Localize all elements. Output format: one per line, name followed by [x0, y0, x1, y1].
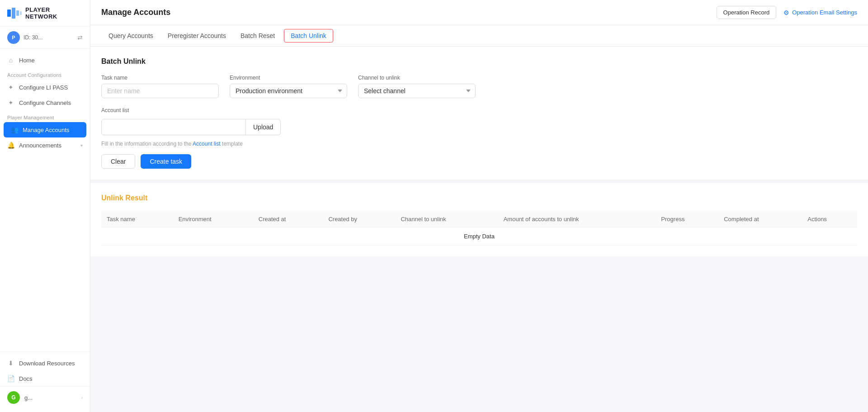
col-completed-at: Completed at	[718, 211, 802, 227]
download-icon: ⬇	[7, 360, 14, 367]
col-channel: Channel to unlink	[395, 211, 498, 227]
task-name-group: Task name	[101, 75, 219, 98]
col-amount: Amount of accounts to unlink	[498, 211, 656, 227]
logo-area: PLAYER NETWORK	[0, 0, 90, 27]
unlink-result-card: Unlink Result Task name Environment Crea…	[90, 183, 868, 256]
user-bottom[interactable]: G g... ›	[0, 386, 90, 408]
download-resources-label: Download Resources	[19, 360, 75, 367]
avatar: P	[7, 31, 20, 44]
clear-button[interactable]: Clear	[101, 154, 135, 169]
col-progress: Progress	[656, 211, 718, 227]
logo-icon	[7, 8, 22, 19]
sidebar-item-configure-li-pass[interactable]: ✦ Configure LI PASS	[0, 80, 90, 95]
account-config-section-label: Account Configurations	[0, 68, 90, 80]
gear-icon: ⚙	[783, 9, 789, 16]
task-name-label: Task name	[101, 75, 219, 81]
file-input[interactable]	[101, 119, 246, 135]
announcements-label: Announcements	[19, 142, 76, 149]
upload-button[interactable]: Upload	[246, 119, 281, 135]
download-resources-item[interactable]: ⬇ Download Resources	[0, 355, 90, 371]
unlink-result-title: Unlink Result	[101, 194, 857, 202]
announcements-chevron: ▾	[80, 143, 83, 148]
top-header: Manage Accounts Operation Record ⚙ Opera…	[90, 0, 868, 25]
file-upload-row: Upload	[101, 119, 857, 135]
sidebar-user: P ID: 30... ⇄	[0, 27, 90, 49]
task-name-input[interactable]	[101, 84, 219, 98]
channel-label: Channel to unlink	[358, 75, 476, 81]
col-task-name: Task name	[101, 211, 173, 227]
player-management-section-label: Player Management	[0, 110, 90, 122]
sidebar-item-home[interactable]: ⌂ Home	[0, 52, 90, 68]
sidebar-item-manage-accounts[interactable]: 👥 Manage Accounts	[4, 122, 86, 137]
user-id: ID: 30...	[24, 34, 74, 41]
batch-unlink-form-card: Batch Unlink Task name Environment Produ…	[90, 47, 868, 180]
sidebar-home-label: Home	[19, 57, 83, 64]
svg-rect-2	[16, 10, 19, 16]
user-chevron-icon: ›	[81, 395, 83, 400]
col-created-by: Created by	[323, 211, 395, 227]
empty-data-row: Empty Data	[101, 227, 857, 246]
sidebar-nav: ⌂ Home Account Configurations ✦ Configur…	[0, 49, 90, 351]
page-title: Manage Accounts	[101, 8, 170, 17]
table-header-row: Task name Environment Created at Created…	[101, 211, 857, 227]
channel-group: Channel to unlink Select channel	[358, 75, 476, 98]
create-task-button[interactable]: Create task	[141, 154, 191, 169]
template-hint: Fill in the information according to the…	[101, 141, 857, 147]
form-row-top: Task name Environment Production environ…	[101, 75, 857, 98]
environment-select[interactable]: Production environmentStaging environmen…	[230, 84, 347, 98]
main-content: Manage Accounts Operation Record ⚙ Opera…	[90, 0, 868, 412]
tab-batch-unlink[interactable]: Batch Unlink	[284, 29, 333, 43]
svg-rect-3	[20, 11, 22, 15]
operation-record-button[interactable]: Operation Record	[717, 6, 777, 19]
user-name-bottom: g...	[24, 394, 77, 401]
announcements-icon: 🔔	[7, 142, 14, 149]
svg-rect-1	[12, 8, 15, 19]
empty-data-label: Empty Data	[101, 227, 857, 246]
environment-label: Environment	[230, 75, 347, 81]
action-buttons: Clear Create task	[101, 154, 857, 169]
refresh-icon[interactable]: ⇄	[77, 34, 83, 41]
account-list-row: Account list Upload Fill in the informat…	[101, 107, 857, 147]
user-avatar-bottom: G	[7, 391, 20, 404]
content-area: Batch Unlink Task name Environment Produ…	[90, 47, 868, 412]
sidebar-item-announcements[interactable]: 🔔 Announcements ▾	[0, 137, 90, 153]
svg-rect-0	[7, 9, 11, 17]
tabs-bar: Query Accounts Preregister Accounts Batc…	[90, 25, 868, 47]
sidebar: PLAYER NETWORK P ID: 30... ⇄ ⌂ Home Acco…	[0, 0, 90, 412]
manage-accounts-icon: 👥	[11, 126, 18, 133]
col-environment: Environment	[173, 211, 253, 227]
environment-group: Environment Production environmentStagin…	[230, 75, 347, 98]
tab-query-accounts[interactable]: Query Accounts	[101, 26, 160, 47]
sidebar-item-configure-channels[interactable]: ✦ Configure Channels	[0, 95, 90, 110]
docs-label: Docs	[19, 375, 33, 382]
account-list-label: Account list	[101, 107, 857, 114]
header-right: Operation Record ⚙ Operation Email Setti…	[717, 6, 857, 19]
configure-channels-label: Configure Channels	[19, 99, 83, 106]
sidebar-bottom: ⬇ Download Resources 📄 Docs G g... ›	[0, 351, 90, 412]
person-icon: ✦	[7, 84, 14, 91]
channel-select[interactable]: Select channel	[358, 84, 476, 98]
tab-batch-reset[interactable]: Batch Reset	[233, 26, 282, 47]
tab-preregister-accounts[interactable]: Preregister Accounts	[160, 26, 233, 47]
manage-accounts-label: Manage Accounts	[23, 127, 79, 133]
operation-email-settings-button[interactable]: ⚙ Operation Email Settings	[783, 9, 857, 16]
col-actions: Actions	[802, 211, 857, 227]
account-list-template-link[interactable]: Account list	[193, 141, 220, 147]
col-created-at: Created at	[253, 211, 323, 227]
docs-item[interactable]: 📄 Docs	[0, 371, 90, 386]
home-icon: ⌂	[7, 57, 14, 64]
logo-text: PLAYER NETWORK	[25, 6, 83, 20]
configure-li-pass-label: Configure LI PASS	[19, 84, 83, 91]
channels-icon: ✦	[7, 99, 14, 106]
result-table: Task name Environment Created at Created…	[101, 211, 857, 246]
batch-unlink-title: Batch Unlink	[101, 57, 857, 66]
docs-icon: 📄	[7, 375, 14, 382]
